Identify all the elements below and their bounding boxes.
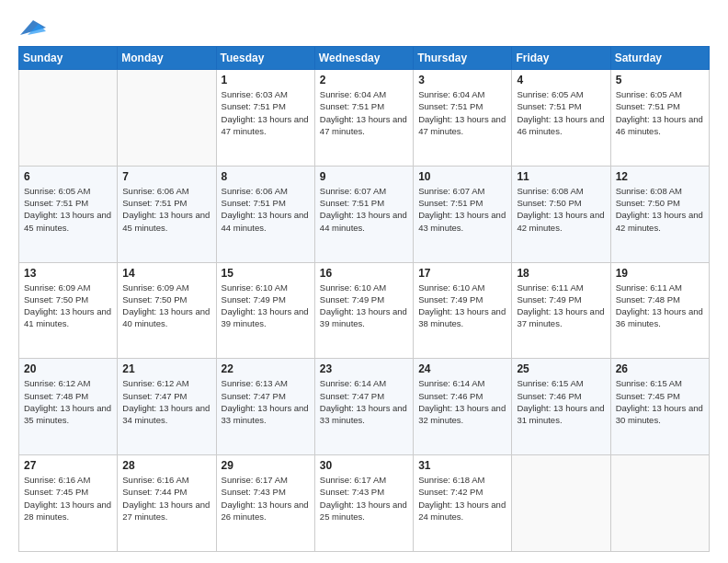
calendar-table: SundayMondayTuesdayWednesdayThursdayFrid… — [18, 46, 710, 552]
day-info: Sunrise: 6:12 AMSunset: 7:47 PMDaylight:… — [122, 377, 210, 426]
calendar-week-row: 6Sunrise: 6:05 AMSunset: 7:51 PMDaylight… — [19, 166, 710, 262]
day-number: 30 — [320, 459, 408, 472]
calendar-week-row: 13Sunrise: 6:09 AMSunset: 7:50 PMDayligh… — [19, 262, 710, 359]
day-number: 23 — [320, 362, 408, 375]
day-number: 3 — [418, 74, 506, 86]
day-number: 18 — [517, 267, 605, 280]
day-info: Sunrise: 6:11 AMSunset: 7:48 PMDaylight:… — [616, 282, 704, 330]
day-number: 14 — [122, 267, 210, 280]
logo — [18, 15, 46, 37]
weekday-header-wednesday: Wednesday — [314, 47, 413, 70]
day-info: Sunrise: 6:09 AMSunset: 7:50 PMDaylight:… — [122, 282, 210, 330]
calendar-cell: 27Sunrise: 6:16 AMSunset: 7:45 PMDayligh… — [19, 455, 118, 552]
day-info: Sunrise: 6:16 AMSunset: 7:45 PMDaylight:… — [24, 474, 112, 523]
calendar-cell: 4Sunrise: 6:05 AMSunset: 7:51 PMDaylight… — [512, 70, 610, 167]
calendar-cell: 10Sunrise: 6:07 AMSunset: 7:51 PMDayligh… — [414, 166, 512, 262]
day-number: 13 — [24, 267, 112, 280]
calendar-cell: 22Sunrise: 6:13 AMSunset: 7:47 PMDayligh… — [216, 359, 314, 455]
day-number: 25 — [517, 362, 605, 375]
calendar-cell: 28Sunrise: 6:16 AMSunset: 7:44 PMDayligh… — [118, 455, 216, 552]
day-info: Sunrise: 6:03 AMSunset: 7:51 PMDaylight:… — [222, 88, 310, 137]
day-number: 7 — [122, 170, 210, 183]
logo-icon — [20, 15, 46, 40]
calendar-cell: 12Sunrise: 6:08 AMSunset: 7:50 PMDayligh… — [610, 166, 709, 262]
day-number: 26 — [616, 362, 704, 375]
day-info: Sunrise: 6:04 AMSunset: 7:51 PMDaylight:… — [418, 88, 506, 137]
day-number: 15 — [222, 267, 310, 280]
day-info: Sunrise: 6:15 AMSunset: 7:46 PMDaylight:… — [517, 377, 605, 426]
day-number: 16 — [320, 267, 408, 280]
calendar-week-row: 1Sunrise: 6:03 AMSunset: 7:51 PMDaylight… — [19, 70, 710, 167]
calendar-cell — [610, 455, 709, 552]
day-info: Sunrise: 6:05 AMSunset: 7:51 PMDaylight:… — [616, 88, 704, 137]
day-number: 10 — [418, 170, 506, 183]
day-number: 29 — [222, 459, 310, 472]
day-info: Sunrise: 6:10 AMSunset: 7:49 PMDaylight:… — [222, 282, 310, 330]
weekday-header-monday: Monday — [118, 47, 216, 70]
day-info: Sunrise: 6:18 AMSunset: 7:42 PMDaylight:… — [418, 474, 506, 523]
calendar-cell — [118, 70, 216, 167]
calendar-cell: 23Sunrise: 6:14 AMSunset: 7:47 PMDayligh… — [314, 359, 413, 455]
day-number: 1 — [222, 74, 310, 86]
day-number: 17 — [418, 267, 506, 280]
day-number: 6 — [24, 170, 112, 183]
day-info: Sunrise: 6:05 AMSunset: 7:51 PMDaylight:… — [517, 88, 605, 137]
calendar-cell: 16Sunrise: 6:10 AMSunset: 7:49 PMDayligh… — [314, 262, 413, 359]
calendar-cell: 20Sunrise: 6:12 AMSunset: 7:48 PMDayligh… — [19, 359, 118, 455]
calendar-cell: 30Sunrise: 6:17 AMSunset: 7:43 PMDayligh… — [314, 455, 413, 552]
day-info: Sunrise: 6:07 AMSunset: 7:51 PMDaylight:… — [418, 185, 506, 234]
day-info: Sunrise: 6:16 AMSunset: 7:44 PMDaylight:… — [122, 474, 210, 523]
calendar-cell: 2Sunrise: 6:04 AMSunset: 7:51 PMDaylight… — [314, 70, 413, 167]
calendar-cell: 1Sunrise: 6:03 AMSunset: 7:51 PMDaylight… — [216, 70, 314, 167]
day-info: Sunrise: 6:17 AMSunset: 7:43 PMDaylight:… — [320, 474, 408, 523]
calendar-cell: 7Sunrise: 6:06 AMSunset: 7:51 PMDaylight… — [118, 166, 216, 262]
weekday-header-row: SundayMondayTuesdayWednesdayThursdayFrid… — [19, 47, 710, 70]
calendar-cell: 5Sunrise: 6:05 AMSunset: 7:51 PMDaylight… — [610, 70, 709, 167]
day-info: Sunrise: 6:06 AMSunset: 7:51 PMDaylight:… — [122, 185, 210, 234]
day-info: Sunrise: 6:09 AMSunset: 7:50 PMDaylight:… — [24, 282, 112, 330]
day-number: 9 — [320, 170, 408, 183]
day-number: 5 — [616, 74, 704, 86]
day-info: Sunrise: 6:14 AMSunset: 7:46 PMDaylight:… — [418, 377, 506, 426]
calendar-cell: 21Sunrise: 6:12 AMSunset: 7:47 PMDayligh… — [118, 359, 216, 455]
day-info: Sunrise: 6:07 AMSunset: 7:51 PMDaylight:… — [320, 185, 408, 234]
page: SundayMondayTuesdayWednesdayThursdayFrid… — [0, 0, 728, 563]
calendar-cell: 8Sunrise: 6:06 AMSunset: 7:51 PMDaylight… — [216, 166, 314, 262]
calendar-cell: 14Sunrise: 6:09 AMSunset: 7:50 PMDayligh… — [118, 262, 216, 359]
day-number: 31 — [418, 459, 506, 472]
weekday-header-friday: Friday — [512, 47, 610, 70]
day-info: Sunrise: 6:15 AMSunset: 7:45 PMDaylight:… — [616, 377, 704, 426]
day-info: Sunrise: 6:10 AMSunset: 7:49 PMDaylight:… — [320, 282, 408, 330]
weekday-header-sunday: Sunday — [19, 47, 118, 70]
day-number: 27 — [24, 459, 112, 472]
calendar-cell: 9Sunrise: 6:07 AMSunset: 7:51 PMDaylight… — [314, 166, 413, 262]
calendar-week-row: 27Sunrise: 6:16 AMSunset: 7:45 PMDayligh… — [19, 455, 710, 552]
calendar-cell — [19, 70, 118, 167]
day-number: 8 — [222, 170, 310, 183]
calendar-cell: 24Sunrise: 6:14 AMSunset: 7:46 PMDayligh… — [414, 359, 512, 455]
day-info: Sunrise: 6:17 AMSunset: 7:43 PMDaylight:… — [222, 474, 310, 523]
calendar-cell: 26Sunrise: 6:15 AMSunset: 7:45 PMDayligh… — [610, 359, 709, 455]
day-info: Sunrise: 6:10 AMSunset: 7:49 PMDaylight:… — [418, 282, 506, 330]
day-number: 20 — [24, 362, 112, 375]
weekday-header-tuesday: Tuesday — [216, 47, 314, 70]
calendar-cell: 19Sunrise: 6:11 AMSunset: 7:48 PMDayligh… — [610, 262, 709, 359]
calendar-cell: 31Sunrise: 6:18 AMSunset: 7:42 PMDayligh… — [414, 455, 512, 552]
calendar-cell: 11Sunrise: 6:08 AMSunset: 7:50 PMDayligh… — [512, 166, 610, 262]
calendar-cell: 18Sunrise: 6:11 AMSunset: 7:49 PMDayligh… — [512, 262, 610, 359]
calendar-cell: 29Sunrise: 6:17 AMSunset: 7:43 PMDayligh… — [216, 455, 314, 552]
day-info: Sunrise: 6:05 AMSunset: 7:51 PMDaylight:… — [24, 185, 112, 234]
calendar-cell — [512, 455, 610, 552]
calendar-cell: 15Sunrise: 6:10 AMSunset: 7:49 PMDayligh… — [216, 262, 314, 359]
day-number: 4 — [517, 74, 605, 86]
day-info: Sunrise: 6:06 AMSunset: 7:51 PMDaylight:… — [222, 185, 310, 234]
calendar-cell: 17Sunrise: 6:10 AMSunset: 7:49 PMDayligh… — [414, 262, 512, 359]
weekday-header-saturday: Saturday — [610, 47, 709, 70]
calendar-week-row: 20Sunrise: 6:12 AMSunset: 7:48 PMDayligh… — [19, 359, 710, 455]
calendar-cell: 25Sunrise: 6:15 AMSunset: 7:46 PMDayligh… — [512, 359, 610, 455]
weekday-header-thursday: Thursday — [414, 47, 512, 70]
day-number: 22 — [222, 362, 310, 375]
calendar-cell: 13Sunrise: 6:09 AMSunset: 7:50 PMDayligh… — [19, 262, 118, 359]
header — [18, 15, 710, 37]
day-info: Sunrise: 6:12 AMSunset: 7:48 PMDaylight:… — [24, 377, 112, 426]
